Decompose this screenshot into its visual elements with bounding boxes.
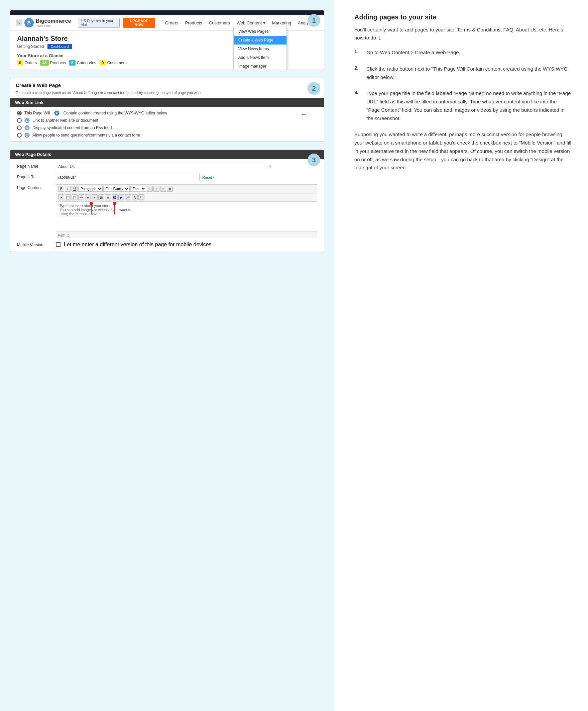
toolbar-c5[interactable]: ≡ xyxy=(85,194,91,200)
step-text-3: Type your page title in the field labele… xyxy=(366,89,571,123)
radio-option-wysiwyg[interactable]: This Page Will P Contain content created… xyxy=(17,110,317,116)
svg-text:C: C xyxy=(26,134,28,137)
dropdown-image-manager[interactable]: Image manager xyxy=(234,62,287,70)
radio-option-contact[interactable]: C Allow people to send questions/comment… xyxy=(17,132,317,138)
toolbar-c8[interactable]: ≡ xyxy=(105,194,111,200)
stat-customers: 0 Customers xyxy=(99,60,127,66)
stat-orders: 0 Orders xyxy=(17,60,37,66)
nav-orders[interactable]: Orders xyxy=(162,19,182,27)
svg-text:R: R xyxy=(26,127,28,130)
radio-circle-4 xyxy=(17,133,22,137)
step-circle-1: 1 xyxy=(308,14,320,27)
products-label: Products xyxy=(50,61,66,65)
toolbar-b2[interactable]: ≡ xyxy=(154,186,159,192)
editor-path: Path: p xyxy=(56,232,317,238)
radio-option-link[interactable]: L Link to another web site or document xyxy=(17,118,317,123)
screenshot-1: ⌂ B Bigcommerce make more 1 5 Days left … xyxy=(10,10,324,70)
contact-icon: C xyxy=(24,132,30,138)
link-icon: L xyxy=(24,118,30,123)
nav-marketing[interactable]: Marketing xyxy=(269,19,294,27)
page-url-label: Page URL xyxy=(17,174,50,179)
red-arrow-1: ← xyxy=(300,110,307,118)
page-url-input[interactable] xyxy=(56,174,200,181)
bc-logo-icon: B xyxy=(24,18,34,27)
page-content-row: Page Content B I U Paragraph Font Family… xyxy=(17,185,317,238)
getting-started-label: Getting Started xyxy=(17,44,44,49)
editor-toolbar-1: B I U Paragraph Font Family Font ≡ ≡ ≡ ▦ xyxy=(56,185,317,193)
svg-text:L: L xyxy=(26,119,28,123)
right-title: Adding pages to your site xyxy=(354,14,571,21)
toolbar-c3[interactable]: 📋 xyxy=(71,194,77,200)
upgrade-button[interactable]: UPGRADE NOW xyxy=(123,18,155,28)
dashboard-button[interactable]: Dashboard xyxy=(47,44,72,49)
nav-products[interactable]: Products xyxy=(182,19,205,27)
nav-links: Orders Products Customers Web Content ▾ … xyxy=(162,19,319,27)
toolbar-c1[interactable]: ✂ xyxy=(58,194,64,200)
red-dot-2-container xyxy=(113,202,116,214)
dropdown-create-web-page[interactable]: Create a Web Page xyxy=(234,36,287,44)
stat-products: 45 Products xyxy=(40,60,66,66)
step-num-3: 3. xyxy=(354,89,362,95)
page-name-label: Page Name xyxy=(17,163,50,169)
toolbar-paragraph[interactable]: Paragraph xyxy=(78,186,103,192)
nav-webcontent[interactable]: Web Content ▾ View Web Pages Create a We… xyxy=(233,19,269,27)
dropdown-view-web-pages[interactable]: View Web Pages xyxy=(234,27,287,36)
toolbar-link[interactable]: 🔗 xyxy=(125,194,131,200)
toolbar-b4[interactable]: ▦ xyxy=(167,186,173,192)
radio-label-4: Allow people to send questions/comments … xyxy=(32,133,140,137)
home-icon[interactable]: ⌂ xyxy=(16,19,22,26)
toolbar-c2[interactable]: 📋 xyxy=(65,194,71,200)
toolbar-underline[interactable]: U xyxy=(71,186,77,192)
toolbar-c4[interactable]: ✏ xyxy=(78,194,84,200)
customers-count: 0 xyxy=(99,60,106,66)
toolbar-b1[interactable]: ≡ xyxy=(147,186,153,192)
dropdown-add-news-item[interactable]: Add a News Item xyxy=(234,53,287,62)
mobile-version-checkbox[interactable] xyxy=(56,242,61,247)
radio-circle-3 xyxy=(17,126,22,130)
toolbar-img[interactable]: 🖼 xyxy=(112,194,118,200)
details-form: Page Name ✎ Page URL Reset / Pag xyxy=(10,159,324,252)
red-dot-1-stem xyxy=(91,205,92,214)
bc-logo-text: Bigcommerce xyxy=(36,18,71,24)
nav-customers[interactable]: Customers xyxy=(206,19,233,27)
toolbar-vid[interactable]: ▶ xyxy=(118,194,125,200)
bc-logo-sub: make more xyxy=(36,24,71,27)
right-column: Adding pages to your site You'll certain… xyxy=(334,0,588,711)
radio-option-rss[interactable]: R Display syndicated content from an Rss… xyxy=(17,125,317,130)
toolbar-b3[interactable]: ≡ xyxy=(160,186,166,192)
radio-label-2: Link to another web site or document xyxy=(32,118,98,123)
orders-count: 0 xyxy=(17,60,23,66)
page-url-field: Reset / xyxy=(56,174,317,181)
web-site-link-bar: Web Site Link xyxy=(10,98,324,107)
editor-area[interactable]: Type text here about your store You can … xyxy=(56,202,317,232)
page-name-edit-icon: ✎ xyxy=(268,165,271,169)
create-web-page-subtext: To create a web page (such as an "About … xyxy=(10,91,324,98)
webcontent-dropdown: View Web Pages Create a Web Page View Ne… xyxy=(233,27,287,70)
page-name-input[interactable] xyxy=(56,163,265,170)
orders-label: Orders xyxy=(25,61,37,65)
dropdown-view-news-items[interactable]: View News Items xyxy=(234,44,287,53)
toolbar-font[interactable]: Font xyxy=(130,186,146,192)
toolbar-color[interactable]: A xyxy=(132,194,138,200)
toolbar-c6[interactable]: ≡ xyxy=(92,194,98,200)
radio-filled-1 xyxy=(18,112,21,114)
left-column: ⌂ B Bigcommerce make more 1 5 Days left … xyxy=(0,0,334,711)
toolbar-c7[interactable]: ⊞ xyxy=(98,194,104,200)
mobile-version-field: Let me enter a different version of this… xyxy=(56,242,211,247)
page-name-field: ✎ xyxy=(56,163,317,170)
toolbar-italic[interactable]: I xyxy=(65,186,71,192)
red-dots-container xyxy=(90,202,116,214)
categories-count: 8 xyxy=(69,60,75,66)
mobile-version-text: Let me enter a different version of this… xyxy=(64,242,211,247)
right-intro: You'll certainly want to add pages to yo… xyxy=(354,26,571,42)
toolbar-bold[interactable]: B xyxy=(58,186,64,192)
mobile-version-label: Mobile Version xyxy=(17,242,50,247)
page-url-row: Page URL Reset / xyxy=(17,174,317,181)
toolbar-misc[interactable]: ⬚ xyxy=(138,194,144,200)
toolbar-font-family[interactable]: Font Family xyxy=(103,186,130,192)
step-item-3: 3. Type your page title in the field lab… xyxy=(354,89,571,123)
reset-link[interactable]: Reset / xyxy=(202,175,214,179)
products-count: 45 xyxy=(40,60,48,66)
radio-label-1b: Contain content created using the WYSIWY… xyxy=(64,111,167,115)
step-num-1: 1. xyxy=(354,48,362,54)
